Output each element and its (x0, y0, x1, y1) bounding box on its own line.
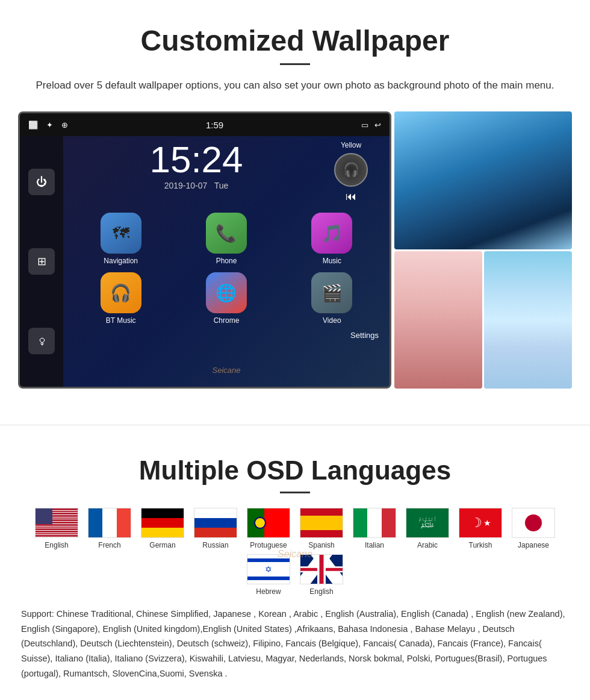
icon-brightness: ✦ (46, 120, 53, 130)
il-flag: ✡ (247, 555, 290, 584)
ru-flag (194, 508, 237, 537)
flag-spanish-label: Spanish (308, 541, 334, 549)
flag-russian-label: Russian (202, 541, 228, 549)
flag-japanese: Japanese (507, 508, 560, 549)
thumb-ice-cave (394, 111, 572, 249)
languages-section: Multiple OSD Languages English (0, 437, 590, 693)
flag-english-us-label: English (45, 541, 68, 549)
language-support-text: Support: Chinese Traditional, Chinese Si… (18, 607, 572, 681)
heading-divider (280, 63, 310, 65)
music-title: Yellow (341, 141, 361, 149)
tr-flag: ☽ ★ (459, 508, 502, 537)
date-value: 2019-10-07 (164, 181, 208, 190)
video-label: Video (323, 316, 341, 325)
navigation-label: Navigation (104, 257, 138, 265)
flag-english-gb: English (295, 554, 348, 596)
sa-flag: ٱلسَّلَامُعَلَيْكُمْ (406, 508, 449, 537)
flag-italian-label: Italian (365, 541, 384, 549)
status-bar-right: ▭ ↩ (361, 120, 381, 130)
icon-home: ⬜ (28, 120, 38, 130)
navigation-icon: 🗺 (101, 213, 141, 254)
app-video[interactable]: 🎬 Video (283, 272, 381, 325)
wallpaper-heading: Customized Wallpaper (18, 24, 572, 57)
thumb-bottom-row (394, 251, 572, 389)
flag-english-gb-label: English (309, 587, 333, 596)
settings-label: Settings (72, 331, 381, 340)
flag-german-label: German (149, 541, 175, 549)
de-flag (141, 508, 184, 537)
sa-text: ٱلسَّلَامُعَلَيْكُمْ (418, 517, 436, 529)
star-icon: ★ (483, 518, 491, 528)
wallpaper-thumbnails (394, 111, 572, 389)
flag-italian: Italian (348, 508, 401, 549)
flags-row: English French German (18, 508, 572, 601)
screen-main: 15:24 2019-10-07 Tue Yellow 🎧 ⏮ (63, 136, 390, 387)
flag-gb-box (300, 554, 343, 584)
time-display: 15:24 2019-10-07 Tue (72, 141, 321, 190)
device-mockup-area: ⬜ ✦ ⊕ 1:59 ▭ ↩ ⏻ ⊞ ⧬ (18, 111, 572, 395)
status-bar-left: ⬜ ✦ ⊕ (28, 120, 68, 130)
flags-container: English French German (18, 508, 572, 601)
time-section: 15:24 2019-10-07 Tue Yellow 🎧 ⏮ (72, 141, 381, 203)
flag-french: French (83, 508, 136, 549)
device-watermark: Seicane (213, 366, 241, 375)
us-flag (36, 508, 78, 537)
flag-pt-box (247, 508, 290, 538)
pt-flag (247, 508, 290, 537)
thumb-golden-gate (484, 251, 572, 389)
bt-music-label: BT Music (106, 316, 136, 325)
flag-portuguese-label: Protuguese (250, 541, 287, 549)
fr-flag (88, 508, 131, 537)
app-phone[interactable]: 📞 Phone (177, 213, 275, 265)
music-icon: 🎧 (334, 153, 368, 187)
flag-sa-box: ٱلسَّلَامُعَلَيْكُمْ (406, 508, 449, 538)
settings-icon[interactable]: ⧬ (28, 328, 55, 354)
time-big: 15:24 (72, 141, 321, 178)
flag-es-box (300, 508, 343, 538)
flag-il-box: ✡ (247, 554, 290, 584)
flag-german: German (136, 508, 189, 549)
phone-icon: 📞 (206, 213, 247, 254)
apps-icon[interactable]: ⊞ (28, 248, 55, 275)
flag-tr-box: ☽ ★ (459, 508, 502, 538)
screen-content: ⏻ ⊞ ⧬ 15:24 2019-10-07 Tue (20, 136, 390, 387)
icon-location: ⊕ (61, 120, 68, 130)
flag-turkish: ☽ ★ Turkish (454, 508, 507, 549)
chrome-label: Chrome (214, 316, 240, 325)
es-flag (300, 508, 343, 537)
phone-label: Phone (216, 257, 237, 265)
screen-sidebar: ⏻ ⊞ ⧬ (20, 136, 63, 387)
app-bt-music[interactable]: 🎧 BT Music (72, 272, 170, 325)
flag-jp-box (512, 508, 555, 538)
flag-hebrew-label: Hebrew (256, 587, 281, 596)
flag-russian: Russian (189, 508, 242, 549)
chrome-icon: 🌐 (206, 272, 247, 313)
music-label: Music (323, 257, 341, 265)
languages-heading: Multiple OSD Languages (18, 455, 572, 486)
wallpaper-section: Customized Wallpaper Preload over 5 defa… (0, 0, 590, 413)
flag-portuguese: Protuguese (242, 508, 295, 549)
it-flag (353, 508, 396, 537)
flag-arabic-label: Arabic (417, 541, 438, 549)
wallpaper-subtitle: Preload over 5 default wallpaper options… (24, 77, 566, 93)
flag-it-box (353, 508, 396, 538)
status-time: 1:59 (206, 120, 223, 130)
app-chrome[interactable]: 🌐 Chrome (177, 272, 275, 325)
app-navigation[interactable]: 🗺 Navigation (72, 213, 170, 265)
video-icon: 🎬 (311, 272, 352, 313)
day-value: Tue (214, 181, 229, 190)
app-music[interactable]: 🎵 Music (283, 213, 381, 265)
il-top-stripe (247, 558, 290, 562)
flag-arabic: ٱلسَّلَامُعَلَيْكُمْ Arabic (401, 508, 454, 549)
icon-back: ↩ (374, 120, 381, 130)
apps-grid: 🗺 Navigation 📞 Phone 🎵 Music 🎧 (72, 213, 381, 325)
flag-fr-box (88, 508, 131, 538)
gb-flag (300, 555, 343, 584)
thumb-pink-building (394, 251, 482, 389)
music-widget: Yellow 🎧 ⏮ (321, 141, 381, 203)
power-icon[interactable]: ⏻ (28, 169, 55, 195)
flag-us-box (35, 508, 78, 538)
date-display: 2019-10-07 Tue (72, 181, 321, 190)
flag-turkish-label: Turkish (469, 541, 492, 549)
jp-circle (525, 514, 542, 531)
